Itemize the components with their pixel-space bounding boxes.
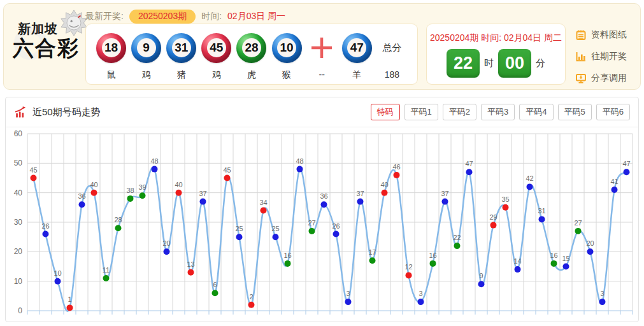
data-point-label: 27 [574,219,582,227]
data-point[interactable] [430,260,436,267]
data-point[interactable] [515,266,521,273]
data-point[interactable] [406,272,412,278]
data-point[interactable] [200,199,206,205]
data-point-label: 36 [78,192,85,200]
data-point-label: 26 [332,222,340,230]
data-point-label: 28 [114,216,122,223]
result-ball-slot: 28虎 [234,30,269,84]
data-point[interactable] [527,183,533,190]
data-point[interactable] [176,190,182,196]
data-point-label: 25 [271,225,279,232]
trend-tab-3[interactable]: 平码3 [481,104,515,120]
lottery-ball-red: 45 [201,33,231,63]
data-point[interactable] [587,248,594,255]
data-point[interactable] [454,243,461,249]
data-point[interactable] [115,225,122,231]
data-point[interactable] [539,216,545,222]
data-point[interactable] [285,260,291,267]
trend-tab-5[interactable]: 平码5 [558,104,592,120]
data-point[interactable] [599,299,606,305]
data-point[interactable] [369,257,376,264]
data-point[interactable] [103,275,110,281]
ball-zodiac: 鸡 [142,69,151,81]
header-link-label: 往期开奖 [591,51,627,62]
trend-tab-2[interactable]: 平码2 [443,104,476,120]
trend-tab-6[interactable]: 平码6 [596,104,630,120]
data-point[interactable] [212,290,218,296]
trend-tab-4[interactable]: 平码4 [519,104,553,120]
data-point[interactable] [140,192,146,199]
data-point[interactable] [67,304,73,311]
data-point[interactable] [551,260,557,267]
header-link-2[interactable]: 分享调用 [575,73,627,84]
data-point[interactable] [466,169,473,175]
plus-zodiac: -- [319,69,325,80]
result-ball-slot: 18鼠 [94,30,129,84]
data-point[interactable] [188,269,194,276]
data-point-label: 36 [320,192,327,200]
data-point-label: 47 [465,160,473,167]
data-point[interactable] [321,201,327,208]
data-point[interactable] [224,175,231,181]
data-point[interactable] [309,228,315,234]
data-point[interactable] [624,169,630,175]
data-point[interactable] [31,175,37,181]
trend-tab-1[interactable]: 平码1 [404,104,438,120]
data-point[interactable] [575,228,582,234]
data-point[interactable] [273,234,279,240]
data-point[interactable] [261,208,267,214]
data-point[interactable] [563,264,569,270]
data-point-label: 27 [308,219,315,227]
data-point-label: 6 [213,281,217,288]
data-point[interactable] [79,201,85,208]
data-point[interactable] [382,190,388,196]
data-point[interactable] [91,190,97,196]
data-point[interactable] [297,166,303,173]
data-point[interactable] [164,248,170,255]
data-point[interactable] [503,204,509,211]
data-point-label: 48 [150,157,158,165]
latest-draw-info: 最新开奖: 20250203期 时间: 02月03日 周一 [85,9,285,24]
data-point[interactable] [43,231,49,237]
latest-draw-label: 最新开奖: [85,11,124,22]
data-point-label: 2 [249,293,253,301]
header-link-1[interactable]: 往期开奖 [575,51,627,62]
data-point[interactable] [478,281,485,287]
data-point-label: 45 [223,166,231,174]
trend-chart: 0102030405060452610136401128383948204013… [6,127,638,321]
data-point[interactable] [152,166,158,173]
data-point[interactable] [127,195,134,202]
data-point[interactable] [442,199,448,205]
trend-tab-0[interactable]: 特码 [371,104,400,120]
ball-number: 31 [172,38,191,57]
lottery-ball-blue: 31 [166,33,196,63]
data-point[interactable] [236,234,243,240]
data-point-label: 25 [235,225,243,232]
data-point[interactable] [55,278,61,285]
logo-text-name: 六合彩 [13,34,80,63]
data-point[interactable] [394,172,400,178]
data-point-label: 37 [356,190,364,197]
data-point[interactable] [333,231,340,237]
data-point-label: 40 [90,181,97,188]
data-point[interactable] [612,187,618,193]
data-point-label: 26 [41,222,49,230]
ball-number: 28 [242,38,261,57]
data-point-label: 15 [562,255,569,262]
data-point[interactable] [248,302,255,308]
data-point-label: 46 [392,163,400,171]
data-point[interactable] [418,299,424,305]
countdown-minute-unit: 分 [536,57,545,69]
y-axis-label: 30 [14,218,23,227]
header-link-0[interactable]: 资料图纸 [575,29,627,41]
share-icon [575,73,587,84]
data-point[interactable] [490,222,497,229]
ball-number: 45 [207,38,226,57]
data-point[interactable] [345,299,352,305]
header-banner: 新加坡 六合彩 最新开奖: 20250203期 时间: 02月03日 周一 18… [3,3,641,90]
trend-tabs: 特码平码1平码2平码3平码4平码5平码6 [371,104,630,120]
countdown-hour: 22 [447,49,480,78]
data-point[interactable] [357,199,364,205]
site-logo[interactable]: 新加坡 六合彩 [10,8,88,83]
header-links: 资料图纸往期开奖分享调用 [575,29,627,84]
